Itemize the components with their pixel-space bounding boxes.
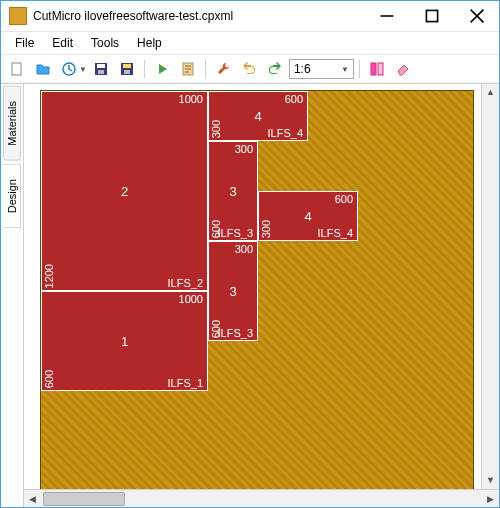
menubar: File Edit Tools Help bbox=[1, 32, 499, 55]
toolbar-separator bbox=[144, 60, 145, 78]
piece-height-label: 300 bbox=[210, 120, 222, 138]
scroll-up-icon[interactable]: ▲ bbox=[482, 84, 499, 101]
svg-rect-7 bbox=[123, 64, 131, 68]
piece-width-label: 600 bbox=[335, 193, 353, 205]
window-buttons bbox=[364, 1, 499, 31]
menu-help[interactable]: Help bbox=[129, 34, 170, 52]
close-button[interactable] bbox=[454, 1, 499, 31]
cut-piece[interactable]: 100012002ILFS_2 bbox=[41, 91, 208, 291]
svg-rect-11 bbox=[378, 63, 383, 75]
piece-name-label: ILFS_4 bbox=[268, 127, 303, 139]
maximize-icon bbox=[424, 8, 440, 24]
layout-button[interactable] bbox=[365, 57, 389, 81]
piece-height-label: 300 bbox=[260, 220, 272, 238]
piece-id-label: 3 bbox=[229, 284, 236, 299]
new-button[interactable] bbox=[5, 57, 29, 81]
maximize-button[interactable] bbox=[409, 1, 454, 31]
svg-rect-4 bbox=[97, 64, 105, 68]
piece-name-label: ILFS_4 bbox=[318, 227, 353, 239]
cut-piece[interactable]: 6003004ILFS_4 bbox=[208, 91, 308, 141]
erase-button[interactable] bbox=[391, 57, 415, 81]
zoom-ratio-value: 1:6 bbox=[294, 62, 311, 76]
new-file-icon bbox=[9, 61, 25, 77]
menu-tools[interactable]: Tools bbox=[83, 34, 127, 52]
work-area: 100012002ILFS_210006001ILFS_16003004ILFS… bbox=[24, 84, 499, 507]
piece-width-label: 600 bbox=[285, 93, 303, 105]
canvas[interactable]: 100012002ILFS_210006001ILFS_16003004ILFS… bbox=[24, 84, 481, 489]
toolbar: ▼ 1:6 ▼ bbox=[1, 55, 499, 84]
titlebar: CutMicro ilovefreesoftware-test.cpxml bbox=[1, 1, 499, 32]
open-button[interactable] bbox=[31, 57, 55, 81]
piece-name-label: ILFS_1 bbox=[168, 377, 203, 389]
eraser-icon bbox=[395, 61, 411, 77]
app-window: CutMicro ilovefreesoftware-test.cpxml Fi… bbox=[0, 0, 500, 508]
tab-design[interactable]: Design bbox=[3, 164, 21, 228]
undo-icon bbox=[241, 61, 257, 77]
svg-rect-10 bbox=[371, 63, 376, 75]
zoom-ratio-select[interactable]: 1:6 ▼ bbox=[289, 59, 354, 79]
piece-width-label: 1000 bbox=[179, 293, 203, 305]
close-icon bbox=[469, 8, 485, 24]
toolbar-separator bbox=[359, 60, 360, 78]
minimize-button[interactable] bbox=[364, 1, 409, 31]
save-button[interactable] bbox=[89, 57, 113, 81]
cut-piece[interactable]: 6003004ILFS_4 bbox=[258, 191, 358, 241]
toolbar-separator bbox=[205, 60, 206, 78]
piece-id-label: 2 bbox=[121, 184, 128, 199]
saveas-button[interactable] bbox=[115, 57, 139, 81]
vscroll-track[interactable] bbox=[482, 101, 499, 472]
menu-edit[interactable]: Edit bbox=[44, 34, 81, 52]
window-title: CutMicro ilovefreesoftware-test.cpxml bbox=[33, 9, 364, 23]
clock-icon bbox=[61, 61, 77, 77]
material-sheet[interactable]: 100012002ILFS_210006001ILFS_16003004ILFS… bbox=[40, 90, 474, 489]
svg-rect-0 bbox=[426, 10, 437, 21]
piece-id-label: 3 bbox=[229, 184, 236, 199]
report-icon bbox=[180, 61, 196, 77]
svg-rect-5 bbox=[98, 70, 104, 74]
report-button[interactable] bbox=[176, 57, 200, 81]
piece-name-label: ILFS_3 bbox=[218, 227, 253, 239]
chevron-down-icon: ▼ bbox=[341, 65, 349, 74]
horizontal-scrollbar[interactable]: ◀ ▶ bbox=[24, 489, 499, 507]
undo-button[interactable] bbox=[237, 57, 261, 81]
menu-file[interactable]: File bbox=[7, 34, 42, 52]
scroll-down-icon[interactable]: ▼ bbox=[482, 472, 499, 489]
svg-rect-8 bbox=[124, 70, 130, 74]
play-icon bbox=[154, 61, 170, 77]
vertical-scrollbar[interactable]: ▲ ▼ bbox=[481, 84, 499, 489]
piece-id-label: 4 bbox=[254, 109, 261, 124]
piece-id-label: 4 bbox=[304, 209, 311, 224]
cut-piece[interactable]: 10006001ILFS_1 bbox=[41, 291, 208, 391]
redo-icon bbox=[267, 61, 283, 77]
wrench-icon bbox=[215, 61, 231, 77]
recent-button[interactable] bbox=[57, 57, 81, 81]
svg-rect-1 bbox=[12, 63, 21, 75]
piece-width-label: 300 bbox=[235, 143, 253, 155]
cut-piece[interactable]: 3006003ILFS_3 bbox=[208, 141, 258, 241]
piece-name-label: ILFS_3 bbox=[218, 327, 253, 339]
piece-id-label: 1 bbox=[121, 334, 128, 349]
side-tabs: Materials Design bbox=[1, 84, 24, 507]
dropdown-caret-icon[interactable]: ▼ bbox=[79, 65, 87, 74]
scroll-right-icon[interactable]: ▶ bbox=[482, 494, 499, 504]
piece-width-label: 1000 bbox=[179, 93, 203, 105]
tab-materials[interactable]: Materials bbox=[3, 86, 21, 161]
hscroll-thumb[interactable] bbox=[43, 492, 125, 506]
hscroll-track[interactable] bbox=[41, 490, 482, 507]
client-area: Materials Design 100012002ILFS_210006001… bbox=[1, 84, 499, 507]
open-folder-icon bbox=[35, 61, 51, 77]
piece-width-label: 300 bbox=[235, 243, 253, 255]
piece-height-label: 600 bbox=[43, 370, 55, 388]
layout-icon bbox=[369, 61, 385, 77]
run-button[interactable] bbox=[150, 57, 174, 81]
settings-button[interactable] bbox=[211, 57, 235, 81]
minimize-icon bbox=[379, 8, 395, 24]
saveas-icon bbox=[119, 61, 135, 77]
redo-button[interactable] bbox=[263, 57, 287, 81]
piece-height-label: 1200 bbox=[43, 264, 55, 288]
save-icon bbox=[93, 61, 109, 77]
app-icon bbox=[9, 7, 27, 25]
piece-name-label: ILFS_2 bbox=[168, 277, 203, 289]
scroll-left-icon[interactable]: ◀ bbox=[24, 494, 41, 504]
cut-piece[interactable]: 3006003ILFS_3 bbox=[208, 241, 258, 341]
